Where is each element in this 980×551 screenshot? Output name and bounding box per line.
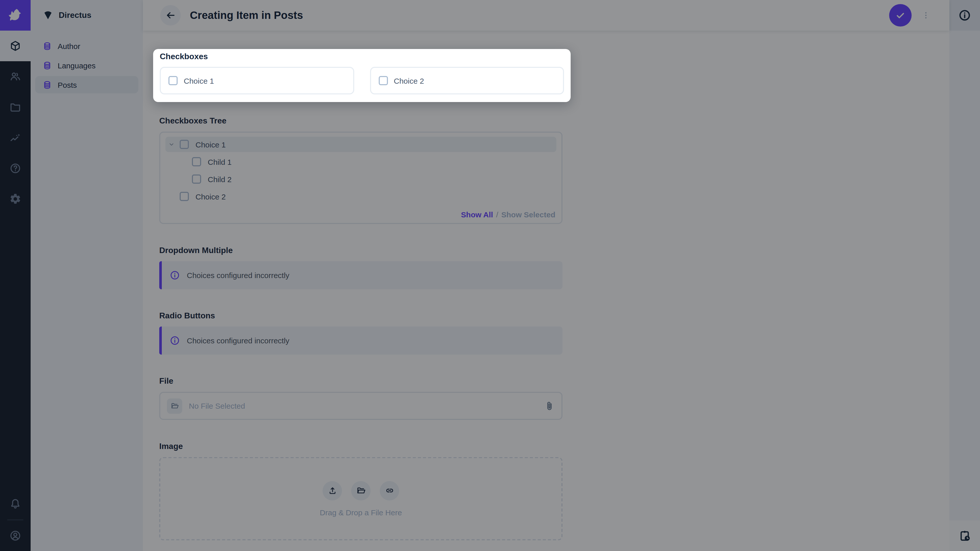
checkbox-options: Choice 1 Choice 2 [160, 67, 564, 94]
checkbox-label: Choice 2 [394, 76, 424, 85]
field-label: Checkboxes [160, 51, 564, 62]
checkboxes-spotlight: Checkboxes Choice 1 Choice 2 [153, 49, 571, 102]
checkbox-option-choice-2[interactable]: Choice 2 [370, 67, 564, 94]
checkbox-label: Choice 1 [184, 76, 214, 85]
app-window: Directus Author Languages Posts [0, 0, 980, 551]
checkbox-option-choice-1[interactable]: Choice 1 [160, 67, 354, 94]
checkbox[interactable] [379, 76, 388, 85]
checkbox[interactable] [169, 76, 178, 85]
